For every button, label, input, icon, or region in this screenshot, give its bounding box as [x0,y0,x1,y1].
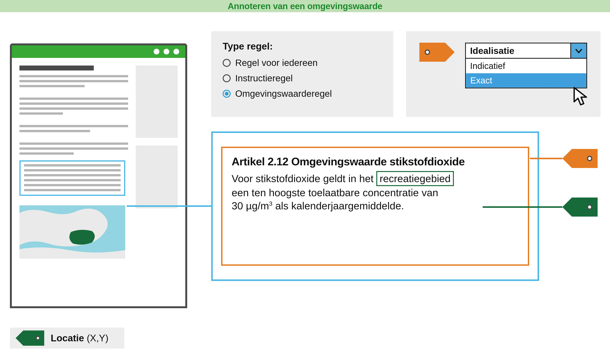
dropdown-value: Idealisatie [466,43,570,58]
recreatiegebied-highlight: recreatiegebied [376,171,454,186]
doc-map-thumbnail [19,205,125,259]
idealisation-dropdown[interactable]: Idealisatie [465,43,587,59]
connector-line [530,158,562,159]
article-body-line2: een ten hoogste toelaatbare concentratie… [232,187,438,198]
radio-label: Regel voor iedereen [235,58,318,68]
window-dot-icon [154,49,159,54]
window-dot-icon [174,49,179,54]
legend-tag-icon [16,329,44,348]
window-controls [154,49,179,54]
radio-icon [223,90,231,98]
legend-label: Locatie (X,Y) [51,333,108,344]
article-value-exponent: 3 [269,200,272,207]
page-title: Annoteren van een omgevingswaarde [0,0,610,12]
document-mockup [10,43,187,308]
dropdown-option-indicatief[interactable]: Indicatief [466,59,586,73]
skeleton-sidebar-block [136,65,178,138]
skeleton-title [19,65,94,70]
article-body-pre: Voor stikstofdioxide geldt in het [232,173,376,184]
radio-icon [223,59,231,67]
tag-orange-right [562,149,598,168]
type-regel-panel: Type regel: Regel voor iedereen Instruct… [211,31,393,117]
radio-label: Instructieregel [235,73,293,83]
radio-regel-voor-iedereen[interactable]: Regel voor iedereen [223,58,382,68]
idealisation-panel: Idealisatie Indicatief Exact [406,31,600,117]
dropdown-list: Indicatief Exact [465,59,587,88]
article-title: Artikel 2.12 Omgevingswaarde stikstofdio… [232,156,519,168]
radio-label: Omgevingswaarderegel [235,88,332,99]
doc-highlighted-block [19,160,125,196]
doc-titlebar [12,45,185,58]
article-body-tail: als kalenderjaargemiddelde. [272,200,404,211]
tag-green-locatie [562,197,598,217]
tag-orange-idealisation [419,43,455,62]
dropdown-toggle-button[interactable] [570,43,586,58]
connector-line [127,205,211,207]
radio-icon [223,74,231,82]
skeleton-sidebar-block [136,145,178,208]
radio-instructieregel[interactable]: Instructieregel [223,73,382,83]
mouse-cursor-icon [572,87,589,107]
window-dot-icon [163,49,169,54]
legend-locatie: Locatie (X,Y) [10,328,124,349]
type-regel-heading: Type regel: [223,41,382,52]
dropdown-option-exact[interactable]: Exact [466,73,586,88]
article-body: Voor stikstofdioxide geldt in het recrea… [232,171,519,212]
radio-omgevingswaarderegel[interactable]: Omgevingswaarderegel [223,88,382,99]
article-value: 30 µg/m [232,200,269,211]
chevron-down-icon [575,46,583,55]
connector-line [483,206,562,208]
